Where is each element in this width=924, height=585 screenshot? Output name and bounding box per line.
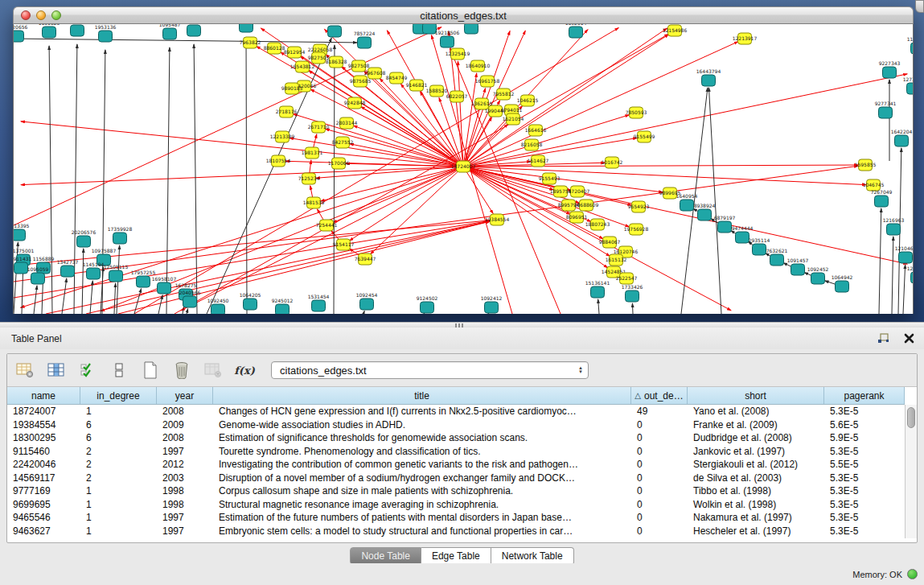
graph-node[interactable]: 2620656	[14, 24, 28, 42]
table-row[interactable]: 1872400712008Changes of HCN gene express…	[7, 405, 905, 418]
graph-node[interactable]: 1615132	[606, 254, 627, 266]
graph-node[interactable]: 7955812	[493, 89, 515, 100]
delete-table-icon[interactable]	[172, 360, 191, 380]
graph-node[interactable]: 1145194	[83, 262, 105, 279]
graph-node[interactable]: 1210465	[895, 245, 914, 263]
function-builder-icon[interactable]: f(x)	[235, 360, 254, 380]
graph-node[interactable]: 19384554	[485, 214, 510, 225]
graph-node[interactable]: 1642204	[891, 129, 913, 146]
table-row[interactable]: 969969511998Structural magnetic resonanc…	[7, 498, 905, 512]
rows-icon[interactable]	[109, 360, 129, 380]
network-canvas[interactable]: 7963822886012889129542222605898275051654…	[13, 24, 914, 314]
graph-node[interactable]: 1664616	[525, 125, 547, 136]
graph-node[interactable]: 1016742	[602, 157, 623, 168]
graph-node[interactable]: 9124502	[417, 295, 438, 313]
table-column-icon[interactable]	[47, 360, 66, 380]
column-header-short[interactable]: short	[688, 387, 824, 404]
graph-node[interactable]: 7125234	[298, 173, 320, 184]
graph-node[interactable]: 1216963	[883, 217, 905, 235]
table-row[interactable]: 2242004622012Investigating the contribut…	[7, 458, 905, 472]
table-row[interactable]: 977716911998Corpus callosum shape and si…	[7, 484, 905, 498]
graph-node[interactable]: 7632621	[766, 248, 788, 266]
graph-node[interactable]: 1131820	[39, 24, 60, 38]
graph-node[interactable]: 7639447	[355, 253, 376, 265]
column-header-out_degree[interactable]: △out_de…	[631, 387, 688, 404]
graph-node[interactable]: 1095059	[27, 266, 49, 284]
column-header-title[interactable]: title	[213, 387, 631, 404]
column-header-in_degree[interactable]: in_degree	[80, 387, 157, 404]
graph-node[interactable]: 2803144	[336, 117, 358, 129]
graph-node[interactable]: 12505115	[104, 264, 129, 282]
graph-node[interactable]: 1733426	[622, 284, 643, 302]
graph-node[interactable]: 1151208	[907, 36, 914, 54]
graph-node[interactable]: 15136141	[585, 280, 610, 298]
graph-node[interactable]: 1092454	[356, 292, 378, 310]
table-row[interactable]: 946362711997Embryonic stem cells: a mode…	[7, 525, 905, 538]
graph-node[interactable]: 1595855	[855, 159, 877, 171]
graph-node[interactable]: 1229450	[907, 266, 914, 283]
network-window[interactable]: citations_edges.txt 79638228860128891295…	[13, 6, 914, 314]
graph-node[interactable]: 9313154	[67, 24, 88, 36]
graph-node[interactable]: 1895754	[550, 186, 572, 197]
table-selector-dropdown[interactable]: citations_edges.txt ▲▼	[271, 361, 589, 379]
tab-network-table[interactable]: Network Table	[491, 547, 574, 565]
graph-node[interactable]: 8454749	[386, 72, 408, 84]
table-row[interactable]: 1938455462009Genome-wide association stu…	[7, 418, 905, 432]
graph-node[interactable]: 18807243	[585, 219, 610, 230]
graph-node[interactable]: 1531454	[308, 294, 330, 311]
tab-edge-table[interactable]: Edge Table	[421, 547, 491, 565]
graph-node[interactable]: 9277341	[875, 101, 897, 118]
graph-node[interactable]: 7267049	[871, 189, 893, 207]
graph-node[interactable]: 1692014	[565, 24, 587, 38]
graph-node[interactable]: 1572340	[461, 24, 483, 34]
graph-node[interactable]: 1953136	[95, 24, 117, 42]
graph-node[interactable]: 1095487	[159, 24, 181, 39]
graph-node[interactable]: 12154986	[663, 25, 688, 36]
window-titlebar[interactable]: citations_edges.txt	[13, 6, 914, 24]
column-header-year[interactable]: year	[157, 387, 213, 404]
graph-node[interactable]: 7963822	[240, 37, 261, 48]
close-panel-icon[interactable]	[901, 332, 916, 346]
graph-node[interactable]: 1092412	[481, 295, 503, 313]
graph-node[interactable]: 1481539	[303, 197, 325, 208]
tab-node-table[interactable]: Node Table	[350, 547, 421, 565]
graph-node[interactable]: 1588520	[426, 85, 448, 97]
graph-node[interactable]: 9245012	[272, 298, 294, 314]
graph-node[interactable]: 9875685	[350, 76, 372, 87]
graph-node[interactable]: 9227343	[879, 60, 901, 78]
graph-node[interactable]: 1154408	[183, 24, 205, 36]
table-scrollbar-thumb[interactable]	[907, 407, 915, 428]
graph-node[interactable]: 9654923	[628, 201, 650, 212]
graph-node[interactable]: 2671710	[308, 122, 330, 133]
graph-node[interactable]: 7857224	[354, 31, 376, 48]
graph-node[interactable]: 16443794	[696, 68, 721, 86]
table-row[interactable]: 1830029562008Estimation of significance …	[7, 431, 905, 445]
graph-node[interactable]: 1170066	[328, 158, 350, 169]
graph-node[interactable]: 16543812	[290, 61, 315, 72]
graph-node[interactable]: 6822057	[446, 91, 468, 102]
graph-node[interactable]: 7850593	[626, 107, 647, 118]
select-rows-icon[interactable]	[78, 360, 97, 380]
graph-node[interactable]: 9155493	[539, 173, 561, 184]
graph-node[interactable]: 18640910	[466, 60, 491, 72]
graph-node[interactable]: 2718176	[276, 106, 298, 117]
delete-column-icon[interactable]	[203, 360, 223, 380]
table-settings-icon[interactable]	[15, 360, 35, 380]
graph-node[interactable]: 1064942	[832, 274, 853, 292]
graph-node[interactable]: 1273545	[903, 76, 914, 94]
graph-node[interactable]: 9155499	[634, 131, 655, 142]
graph-node[interactable]: 2522547	[616, 273, 638, 284]
column-header-pagerank[interactable]: pagerank	[824, 387, 905, 404]
graph-node[interactable]: 1981371	[302, 147, 323, 159]
graph-node[interactable]: 9146821	[406, 80, 428, 91]
new-table-icon[interactable]	[141, 360, 160, 380]
table-row[interactable]: 946554611997Estimation of the future num…	[7, 511, 905, 525]
float-panel-icon[interactable]	[876, 332, 890, 346]
graph-node[interactable]: 9154117	[333, 239, 355, 250]
panel-splitter[interactable]	[0, 322, 924, 328]
graph-node[interactable]: 16961758	[475, 76, 500, 87]
graph-node[interactable]: 8216058	[521, 139, 543, 150]
table-row[interactable]: 911546021997Tourette syndrome. Phenomeno…	[7, 445, 905, 459]
graph-node[interactable]: 1064205	[240, 292, 261, 310]
graph-node[interactable]: 9313395	[14, 223, 30, 241]
